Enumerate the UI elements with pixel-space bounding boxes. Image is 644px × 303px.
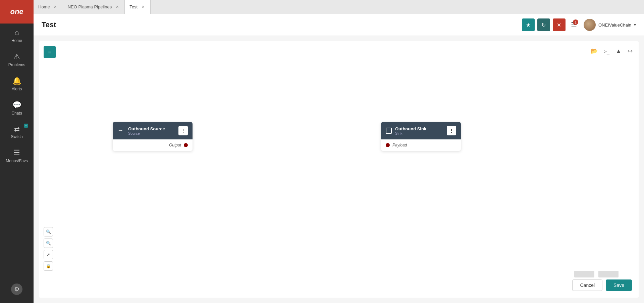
lock-button[interactable]: 🔒: [44, 261, 53, 271]
menu-button[interactable]: ☰ 1: [571, 21, 577, 29]
header-actions: ★ ↻ ✕ ☰ 1 ONEIValueChain ▾: [522, 18, 636, 31]
mini-rect-1: [574, 271, 594, 277]
terminal-button[interactable]: >_: [602, 46, 611, 56]
tab-neo-plasma[interactable]: NEO Plasma Pipelines ✕: [63, 0, 125, 14]
sidebar: one ⌂ Home ⚠ Problems 🔔 Alerts 💬 Chats ⇄…: [0, 0, 34, 303]
node-source-footer: Output: [113, 139, 193, 151]
node-outbound-source[interactable]: → Outbound Source Source ⋮ Output: [113, 122, 193, 151]
node-sink-menu-button[interactable]: ⋮: [447, 126, 456, 135]
canvas-toolbar: ≡: [44, 46, 56, 58]
lock-icon: 🔒: [46, 264, 51, 268]
page-header: Test ★ ↻ ✕ ☰ 1 ONEIValueChain ▾: [34, 14, 644, 36]
save-button[interactable]: Save: [606, 279, 632, 291]
chats-icon: 💬: [12, 101, 21, 110]
sink-checkbox-icon: [386, 128, 392, 134]
star-button[interactable]: ★: [522, 18, 535, 31]
page-title: Test: [42, 20, 522, 29]
tab-test[interactable]: Test ✕: [125, 0, 151, 14]
sidebar-label-problems: Problems: [8, 62, 25, 67]
sidebar-item-settings[interactable]: ⚙: [11, 279, 22, 300]
sidebar-label-menus: Menus/Favs: [6, 159, 28, 163]
fit-icon: ⤢: [47, 252, 50, 257]
zoom-in-icon: 🔍: [46, 229, 51, 234]
node-sink-subtitle: Sink: [395, 131, 443, 135]
node-source-title-area: Outbound Source Source: [128, 126, 175, 135]
folder-icon: 📂: [590, 48, 598, 54]
menus-icon: ☰: [13, 148, 20, 157]
canvas-top-right-actions: 📂 >_ ▲ ⇿: [589, 46, 634, 56]
tab-neo-plasma-label: NEO Plasma Pipelines: [68, 4, 112, 9]
fit-view-button[interactable]: ⤢: [44, 250, 53, 259]
sidebar-item-menus[interactable]: ☰ Menus/Favs: [0, 144, 34, 168]
pipeline-canvas-container: ≡ 📂 >_ ▲ ⇿ → Ou: [39, 41, 639, 298]
tab-home-close[interactable]: ✕: [53, 4, 58, 10]
switch-badge: ≡: [24, 124, 28, 128]
node-sink-footer: Payload: [381, 139, 461, 151]
node-sink-port-label: Payload: [392, 143, 407, 147]
sidebar-item-home[interactable]: ⌂ Home: [0, 24, 34, 48]
node-source-menu-button[interactable]: ⋮: [178, 126, 188, 135]
mini-rect-2: [598, 271, 619, 277]
tab-bar: Home ✕ NEO Plasma Pipelines ✕ Test ✕: [34, 0, 644, 14]
tab-test-close[interactable]: ✕: [140, 4, 146, 10]
source-arrow-icon: →: [117, 127, 125, 134]
sidebar-item-switch[interactable]: ⇄ ≡ Switch: [0, 120, 34, 144]
user-name: ONEIValueChain: [598, 23, 631, 28]
open-folder-button[interactable]: 📂: [589, 46, 599, 56]
app-logo[interactable]: one: [0, 0, 34, 24]
user-dropdown-icon: ▾: [634, 23, 636, 27]
home-icon: ⌂: [14, 28, 19, 37]
sidebar-item-chats[interactable]: 💬 Chats: [0, 96, 34, 120]
star-icon: ★: [526, 22, 531, 28]
sidebar-bottom: ⚙: [11, 279, 22, 303]
node-sink-title: Outbound Sink: [395, 126, 443, 131]
tab-home-label: Home: [38, 4, 50, 9]
settings-icon: ⚙: [11, 284, 22, 295]
sidebar-item-problems[interactable]: ⚠ Problems: [0, 48, 34, 72]
run-button[interactable]: ⇿: [626, 46, 634, 56]
problems-icon: ⚠: [13, 52, 20, 61]
terminal-icon: >_: [604, 49, 609, 54]
refresh-icon: ↻: [541, 22, 546, 28]
zoom-out-button[interactable]: 🔍: [44, 239, 53, 248]
node-source-header: → Outbound Source Source ⋮: [113, 122, 193, 139]
sidebar-label-switch: Switch: [11, 134, 22, 139]
user-area[interactable]: ONEIValueChain ▾: [584, 19, 636, 31]
node-sink-header: Outbound Sink Sink ⋮: [381, 122, 461, 139]
refresh-button[interactable]: ↻: [537, 18, 550, 31]
tab-neo-plasma-close[interactable]: ✕: [114, 4, 120, 10]
node-source-subtitle: Source: [128, 131, 175, 135]
bottom-actions: Cancel Save: [572, 279, 632, 291]
tab-home[interactable]: Home ✕: [34, 0, 63, 14]
zoom-out-icon: 🔍: [46, 241, 51, 246]
alerts-icon: 🔔: [12, 77, 21, 85]
main-area: Home ✕ NEO Plasma Pipelines ✕ Test ✕ Tes…: [34, 0, 644, 303]
node-sink-input-port[interactable]: [386, 143, 390, 147]
zoom-in-button[interactable]: 🔍: [44, 227, 53, 236]
node-source-title: Outbound Source: [128, 126, 175, 131]
node-sink-title-area: Outbound Sink Sink: [395, 126, 443, 135]
list-view-button[interactable]: ≡: [44, 46, 56, 58]
close-button[interactable]: ✕: [553, 18, 566, 31]
pipeline-canvas: → Outbound Source Source ⋮ Output: [39, 41, 639, 298]
sidebar-item-alerts[interactable]: 🔔 Alerts: [0, 72, 34, 96]
mini-map-rects: [574, 271, 619, 277]
cancel-button[interactable]: Cancel: [572, 279, 602, 291]
tab-test-label: Test: [129, 4, 138, 9]
logo-text: one: [10, 7, 23, 16]
node-outbound-sink[interactable]: Outbound Sink Sink ⋮ Payload: [381, 122, 461, 151]
notification-badge: 1: [573, 19, 578, 25]
sidebar-label-home: Home: [11, 38, 22, 43]
node-source-port-label: Output: [169, 143, 181, 147]
list-icon: ≡: [48, 49, 51, 55]
zoom-controls: 🔍 🔍 ⤢ 🔒: [44, 227, 53, 271]
sidebar-label-chats: Chats: [11, 111, 22, 116]
run-icon: ⇿: [628, 48, 633, 54]
switch-icon: ⇄: [14, 125, 20, 133]
sidebar-label-alerts: Alerts: [12, 87, 22, 91]
deploy-icon: ▲: [615, 48, 622, 54]
node-source-output-port[interactable]: [184, 143, 188, 147]
deploy-button[interactable]: ▲: [614, 46, 623, 56]
close-icon: ✕: [557, 22, 561, 28]
avatar: [584, 19, 596, 31]
